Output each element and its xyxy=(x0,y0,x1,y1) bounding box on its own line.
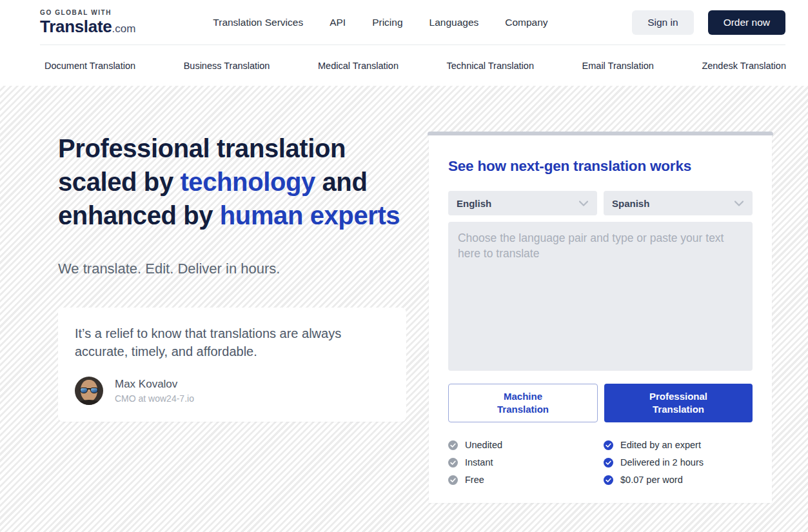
subnav-business-translation[interactable]: Business Translation xyxy=(184,61,270,71)
testimonial-person: Max Kovalov CMO at wow24-7.io xyxy=(75,377,389,405)
avatar xyxy=(75,377,103,405)
language-selectors: English Spanish xyxy=(448,191,753,215)
feature-item: Edited by an expert xyxy=(604,440,753,450)
widget-title: See how next-gen translation works xyxy=(448,158,753,175)
translation-widget: See how next-gen translation works Engli… xyxy=(428,132,773,532)
nav-actions: Sign in Order now xyxy=(632,10,785,35)
heading-accent-human-experts: human experts xyxy=(220,201,400,230)
testimonial-quote: It’s a relief to know that translations … xyxy=(75,324,362,360)
check-circle-blue-icon xyxy=(604,458,613,468)
testimonial-card: It’s a relief to know that translations … xyxy=(58,308,406,422)
subnav-email-translation[interactable]: Email Translation xyxy=(582,61,654,71)
hero-heading: Professional translation scaled by techn… xyxy=(58,132,403,232)
nav-company[interactable]: Company xyxy=(505,17,547,28)
subnav-technical-translation[interactable]: Technical Translation xyxy=(447,61,534,71)
professional-translation-button[interactable]: Professional Translation xyxy=(604,384,753,422)
brand-logo[interactable]: GO GLOBAL WITH Translate.com xyxy=(40,9,135,37)
check-circle-gray-icon xyxy=(448,475,458,485)
top-navigation: GO GLOBAL WITH Translate.com Translation… xyxy=(0,0,808,45)
machine-translation-button[interactable]: Machine Translation xyxy=(448,384,598,422)
source-language-value: English xyxy=(457,198,491,209)
testimonial-name: Max Kovalov xyxy=(115,378,194,391)
target-language-select[interactable]: Spanish xyxy=(604,191,753,215)
subnav-medical-translation[interactable]: Medical Translation xyxy=(318,61,399,71)
heading-accent-technology: technology xyxy=(180,168,315,196)
hero-subheading: We translate. Edit. Deliver in hours. xyxy=(58,261,408,277)
professional-features: Edited by an expert Delivered in 2 hours… xyxy=(604,440,753,492)
nav-translation-services[interactable]: Translation Services xyxy=(213,17,303,28)
brand-tagline: GO GLOBAL WITH xyxy=(40,9,135,16)
services-subnav: Document Translation Business Translatio… xyxy=(0,45,808,86)
main-nav: Translation Services API Pricing Languag… xyxy=(213,17,547,28)
target-language-value: Spanish xyxy=(612,198,649,209)
subnav-document-translation[interactable]: Document Translation xyxy=(44,61,135,71)
hero-copy: Professional translation scaled by techn… xyxy=(58,132,408,532)
order-now-button[interactable]: Order now xyxy=(708,10,785,35)
widget-card: See how next-gen translation works Engli… xyxy=(429,135,772,503)
nav-languages[interactable]: Languages xyxy=(429,17,479,28)
subnav-zendesk-translation[interactable]: Zendesk Translation xyxy=(702,61,786,71)
check-circle-blue-icon xyxy=(604,475,613,485)
nav-api[interactable]: API xyxy=(330,17,346,28)
testimonial-role: CMO at wow24-7.io xyxy=(115,393,194,404)
machine-features: Unedited Instant Free xyxy=(448,440,597,492)
chevron-down-icon xyxy=(734,201,744,206)
chevron-down-icon xyxy=(579,201,588,206)
feature-item: Delivered in 2 hours xyxy=(604,457,753,468)
feature-item: Instant xyxy=(448,457,597,468)
sign-in-button[interactable]: Sign in xyxy=(632,10,693,35)
feature-item: Unedited xyxy=(448,440,597,450)
brand-name: Translate xyxy=(40,17,112,36)
hero-section: Professional translation scaled by techn… xyxy=(0,86,808,532)
check-circle-gray-icon xyxy=(448,458,458,468)
feature-item: $0.07 per word xyxy=(604,475,753,485)
nav-pricing[interactable]: Pricing xyxy=(372,17,402,28)
feature-lists: Unedited Instant Free Edited by an exper… xyxy=(448,440,753,492)
brand-tld: .com xyxy=(112,23,135,35)
check-circle-gray-icon xyxy=(448,440,458,450)
source-language-select[interactable]: English xyxy=(448,191,597,215)
feature-item: Free xyxy=(448,475,597,485)
translate-text-input[interactable] xyxy=(448,222,753,371)
check-circle-blue-icon xyxy=(604,440,613,450)
translation-options: Machine Translation Professional Transla… xyxy=(448,384,753,422)
